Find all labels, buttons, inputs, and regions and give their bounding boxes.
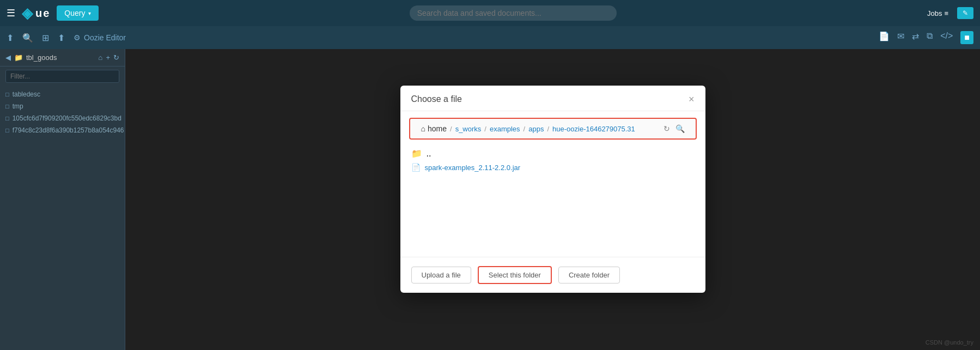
share-icon[interactable]: ⬆ xyxy=(58,33,65,43)
copy-icon[interactable]: ⧉ xyxy=(927,31,933,44)
breadcrumb-link-sworks[interactable]: s_works xyxy=(455,125,482,133)
sidebar-header: ◀ 📁 tbl_goods ⌂ + ↻ xyxy=(0,49,125,67)
modal-title: Choose a file xyxy=(411,94,462,104)
modal-close-button[interactable]: × xyxy=(689,94,695,104)
mail-icon[interactable]: ✉ xyxy=(897,31,904,44)
breadcrumb-home-label: home xyxy=(428,124,447,133)
logo-text: ue xyxy=(35,7,50,20)
breadcrumb-separator-3: / xyxy=(524,125,526,133)
breadcrumb-separator-2: / xyxy=(484,125,486,133)
active-view-icon[interactable]: ■ xyxy=(960,31,973,44)
logo-icon: ◈ xyxy=(22,5,33,22)
code-icon[interactable]: </> xyxy=(940,31,953,44)
query-label: Query xyxy=(64,9,85,17)
breadcrumb-refresh-icon[interactable]: ↻ xyxy=(664,124,670,133)
grid-icon[interactable]: ⊞ xyxy=(42,33,49,43)
home-icon[interactable]: ⌂ xyxy=(99,53,103,62)
search-bar xyxy=(105,5,920,21)
list-item[interactable]: □ tabledesc xyxy=(5,88,119,100)
sidebar-filter-input[interactable] xyxy=(5,70,119,83)
folder-back-icon: 📁 xyxy=(411,148,422,159)
second-toolbar: ⬆ 🔍 ⊞ ⬆ ⚙ Oozie Editor 📄 ✉ ⇄ ⧉ </> ■ xyxy=(0,26,980,49)
folder-icon: □ xyxy=(5,127,9,134)
edit-button[interactable]: ✎ xyxy=(957,7,973,19)
breadcrumb-bar: ⌂ home / s_works / examples / apps / hue… xyxy=(409,118,697,140)
breadcrumb-current: hue-oozie-1646279075.31 xyxy=(552,125,635,133)
select-folder-button[interactable]: Select this folder xyxy=(478,266,552,284)
file-item[interactable]: 📄 spark-examples_2.11-2.2.0.jar xyxy=(411,161,695,174)
gear-icon: ⚙ xyxy=(74,33,81,42)
hamburger-menu-icon[interactable]: ☰ xyxy=(7,7,15,19)
sidebar-folder-name: tbl_goods xyxy=(26,53,57,62)
home-icon: ⌂ xyxy=(421,124,425,133)
search-icon[interactable]: 🔍 xyxy=(22,33,33,43)
query-button[interactable]: Query ▾ xyxy=(57,5,99,21)
left-sidebar: ◀ 📁 tbl_goods ⌂ + ↻ □ tabledesc □ tmp □ xyxy=(0,49,125,350)
file-name-label[interactable]: spark-examples_2.11-2.2.0.jar xyxy=(425,164,521,172)
file-chooser-modal: Choose a file × ⌂ home / s_works / examp… xyxy=(400,86,705,293)
back-icon[interactable]: ◀ xyxy=(5,53,11,62)
breadcrumb-separator-1: / xyxy=(450,125,452,133)
arrows-icon[interactable]: ⇄ xyxy=(912,31,919,44)
sidebar-items-list: □ tabledesc □ tmp □ 105cfc6d7f909200fc55… xyxy=(0,86,125,138)
search-input[interactable] xyxy=(410,5,617,21)
item-label: tmp xyxy=(13,102,23,110)
upload-icon[interactable]: ⬆ xyxy=(7,33,14,43)
folder-icon: 📁 xyxy=(14,53,23,62)
breadcrumb-separator-4: / xyxy=(547,125,549,133)
oozie-editor-title: ⚙ Oozie Editor xyxy=(74,33,126,42)
folder-icon: □ xyxy=(5,115,9,122)
sidebar-icons: ⌂ + ↻ xyxy=(99,53,119,62)
jobs-icon: ≡ xyxy=(944,9,948,17)
query-chevron-icon: ▾ xyxy=(88,10,91,16)
breadcrumb-link-apps[interactable]: apps xyxy=(528,125,544,133)
editor-title-text: Oozie Editor xyxy=(84,33,126,42)
file-item[interactable]: 📁 .. xyxy=(411,146,695,161)
breadcrumb-search-icon[interactable]: 🔍 xyxy=(675,124,685,133)
jobs-badge[interactable]: Jobs ≡ xyxy=(927,9,948,17)
breadcrumb-actions: ↻ 🔍 xyxy=(664,124,685,133)
jobs-label: Jobs xyxy=(927,9,942,17)
add-folder-icon[interactable]: + xyxy=(106,53,110,62)
upload-file-button[interactable]: Upload a file xyxy=(411,267,471,283)
modal-footer: Upload a file Select this folder Create … xyxy=(400,257,705,293)
item-label: f794c8c23d8f6a390b1257b8a054c946 xyxy=(13,126,124,134)
list-item[interactable]: □ 105cfc6d7f909200fc550edc6829c3bd xyxy=(5,112,119,124)
right-toolbar-icons: 📄 ✉ ⇄ ⧉ </> ■ xyxy=(879,31,973,44)
file-list: 📁 .. 📄 spark-examples_2.11-2.2.0.jar xyxy=(400,142,705,257)
modal-header: Choose a file × xyxy=(400,86,705,111)
right-content-area: Choose a file × ⌂ home / s_works / examp… xyxy=(125,49,980,350)
hue-logo: ◈ ue xyxy=(22,5,50,22)
refresh-icon[interactable]: ↻ xyxy=(113,53,119,62)
create-folder-button[interactable]: Create folder xyxy=(558,267,620,283)
item-label: 105cfc6d7f909200fc550edc6829c3bd xyxy=(13,114,121,122)
folder-icon: □ xyxy=(5,103,9,110)
main-content: ◀ 📁 tbl_goods ⌂ + ↻ □ tabledesc □ tmp □ xyxy=(0,49,980,350)
top-navigation: ☰ ◈ ue Query ▾ Jobs ≡ ✎ xyxy=(0,0,980,26)
folder-icon: □ xyxy=(5,91,9,98)
item-label: tabledesc xyxy=(13,90,40,98)
file-icon[interactable]: 📄 xyxy=(879,31,890,44)
breadcrumb-link-examples[interactable]: examples xyxy=(490,125,520,133)
list-item[interactable]: □ tmp xyxy=(5,100,119,112)
breadcrumb-home[interactable]: ⌂ home xyxy=(421,124,447,133)
list-item[interactable]: □ f794c8c23d8f6a390b1257b8a054c946 xyxy=(5,124,119,136)
nav-right: Jobs ≡ ✎ xyxy=(927,7,973,19)
sidebar-filter xyxy=(0,67,125,86)
back-folder-label: .. xyxy=(427,149,431,159)
file-icon: 📄 xyxy=(411,163,421,172)
